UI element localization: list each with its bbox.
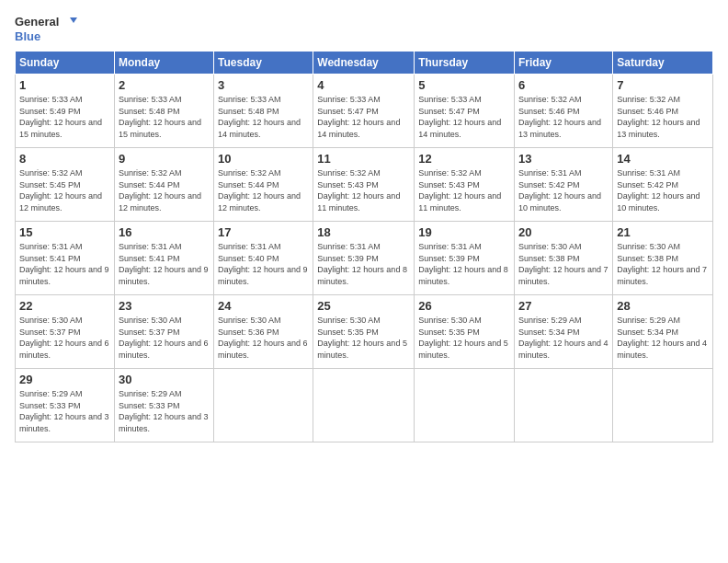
- day-info: Sunrise: 5:29 AMSunset: 5:34 PMDaylight:…: [518, 315, 609, 361]
- calendar-cell: 9 Sunrise: 5:32 AMSunset: 5:44 PMDayligh…: [114, 148, 213, 222]
- day-info: Sunrise: 5:32 AMSunset: 5:46 PMDaylight:…: [617, 94, 709, 140]
- day-number: 14: [617, 152, 709, 166]
- day-info: Sunrise: 5:32 AMSunset: 5:43 PMDaylight:…: [418, 167, 510, 213]
- day-number: 18: [317, 225, 410, 239]
- logo-text-blue: Blue: [15, 29, 40, 44]
- calendar-cell: 14 Sunrise: 5:31 AMSunset: 5:42 PMDaylig…: [613, 148, 713, 222]
- calendar-cell: 6 Sunrise: 5:32 AMSunset: 5:46 PMDayligh…: [515, 75, 613, 148]
- logo-container: General Blue: [15, 15, 77, 43]
- day-info: Sunrise: 5:29 AMSunset: 5:33 PMDaylight:…: [119, 388, 210, 434]
- calendar-cell: 29 Sunrise: 5:29 AMSunset: 5:33 PMDaylig…: [16, 369, 115, 442]
- day-info: Sunrise: 5:33 AMSunset: 5:48 PMDaylight:…: [119, 94, 210, 140]
- svg-marker-0: [70, 17, 77, 23]
- calendar-cell: 22 Sunrise: 5:30 AMSunset: 5:37 PMDaylig…: [16, 295, 115, 369]
- day-info: Sunrise: 5:33 AMSunset: 5:47 PMDaylight:…: [418, 94, 510, 140]
- calendar-cell: 20 Sunrise: 5:30 AMSunset: 5:38 PMDaylig…: [515, 222, 613, 295]
- day-number: 22: [19, 299, 110, 313]
- calendar-cell: 26 Sunrise: 5:30 AMSunset: 5:35 PMDaylig…: [415, 295, 515, 369]
- day-number: 11: [317, 152, 410, 166]
- calendar-cell: 12 Sunrise: 5:32 AMSunset: 5:43 PMDaylig…: [415, 148, 515, 222]
- day-info: Sunrise: 5:31 AMSunset: 5:41 PMDaylight:…: [19, 241, 110, 287]
- day-number: 12: [418, 152, 510, 166]
- day-info: Sunrise: 5:32 AMSunset: 5:43 PMDaylight:…: [317, 167, 410, 213]
- day-number: 9: [119, 152, 210, 166]
- day-number: 2: [119, 78, 210, 92]
- day-info: Sunrise: 5:33 AMSunset: 5:49 PMDaylight:…: [19, 94, 110, 140]
- day-info: Sunrise: 5:30 AMSunset: 5:35 PMDaylight:…: [317, 315, 410, 361]
- day-number: 13: [518, 152, 609, 166]
- calendar-cell: [415, 369, 515, 442]
- day-info: Sunrise: 5:31 AMSunset: 5:39 PMDaylight:…: [418, 241, 510, 287]
- day-number: 21: [617, 225, 709, 239]
- day-info: Sunrise: 5:32 AMSunset: 5:44 PMDaylight:…: [119, 167, 210, 213]
- day-info: Sunrise: 5:30 AMSunset: 5:38 PMDaylight:…: [617, 241, 709, 287]
- day-header-monday: Monday: [114, 52, 213, 75]
- day-number: 30: [119, 373, 210, 386]
- day-info: Sunrise: 5:33 AMSunset: 5:47 PMDaylight:…: [317, 94, 410, 140]
- day-info: Sunrise: 5:31 AMSunset: 5:41 PMDaylight:…: [119, 241, 210, 287]
- day-info: Sunrise: 5:31 AMSunset: 5:42 PMDaylight:…: [617, 167, 709, 213]
- day-number: 15: [19, 225, 110, 239]
- day-header-wednesday: Wednesday: [313, 52, 415, 75]
- day-info: Sunrise: 5:30 AMSunset: 5:36 PMDaylight:…: [218, 315, 309, 361]
- logo: General Blue: [15, 15, 77, 43]
- day-info: Sunrise: 5:29 AMSunset: 5:34 PMDaylight:…: [617, 315, 709, 361]
- calendar-cell: [313, 369, 415, 442]
- day-info: Sunrise: 5:31 AMSunset: 5:39 PMDaylight:…: [317, 241, 410, 287]
- day-number: 27: [518, 299, 609, 313]
- calendar-cell: 25 Sunrise: 5:30 AMSunset: 5:35 PMDaylig…: [313, 295, 415, 369]
- calendar-cell: 18 Sunrise: 5:31 AMSunset: 5:39 PMDaylig…: [313, 222, 415, 295]
- day-number: 7: [617, 78, 709, 92]
- day-number: 28: [617, 299, 709, 313]
- day-info: Sunrise: 5:32 AMSunset: 5:46 PMDaylight:…: [518, 94, 609, 140]
- calendar-cell: 21 Sunrise: 5:30 AMSunset: 5:38 PMDaylig…: [613, 222, 713, 295]
- day-number: 10: [218, 152, 309, 166]
- calendar-cell: 24 Sunrise: 5:30 AMSunset: 5:36 PMDaylig…: [214, 295, 313, 369]
- day-info: Sunrise: 5:32 AMSunset: 5:45 PMDaylight:…: [19, 167, 110, 213]
- calendar-cell: [613, 369, 713, 442]
- calendar-cell: 28 Sunrise: 5:29 AMSunset: 5:34 PMDaylig…: [613, 295, 713, 369]
- day-number: 29: [19, 373, 110, 386]
- calendar-cell: 27 Sunrise: 5:29 AMSunset: 5:34 PMDaylig…: [515, 295, 613, 369]
- calendar-cell: 30 Sunrise: 5:29 AMSunset: 5:33 PMDaylig…: [114, 369, 213, 442]
- calendar-cell: 4 Sunrise: 5:33 AMSunset: 5:47 PMDayligh…: [313, 75, 415, 148]
- calendar-cell: 19 Sunrise: 5:31 AMSunset: 5:39 PMDaylig…: [415, 222, 515, 295]
- day-info: Sunrise: 5:32 AMSunset: 5:44 PMDaylight:…: [218, 167, 309, 213]
- calendar-cell: 13 Sunrise: 5:31 AMSunset: 5:42 PMDaylig…: [515, 148, 613, 222]
- day-header-thursday: Thursday: [415, 52, 515, 75]
- day-number: 17: [218, 225, 309, 239]
- day-header-tuesday: Tuesday: [214, 52, 313, 75]
- day-number: 1: [19, 78, 110, 92]
- calendar-cell: 5 Sunrise: 5:33 AMSunset: 5:47 PMDayligh…: [415, 75, 515, 148]
- day-info: Sunrise: 5:33 AMSunset: 5:48 PMDaylight:…: [218, 94, 309, 140]
- calendar-cell: 2 Sunrise: 5:33 AMSunset: 5:48 PMDayligh…: [114, 75, 213, 148]
- day-number: 19: [418, 225, 510, 239]
- calendar-cell: 7 Sunrise: 5:32 AMSunset: 5:46 PMDayligh…: [613, 75, 713, 148]
- day-number: 8: [19, 152, 110, 166]
- day-info: Sunrise: 5:30 AMSunset: 5:37 PMDaylight:…: [19, 315, 110, 361]
- calendar-cell: [214, 369, 313, 442]
- day-header-saturday: Saturday: [613, 52, 713, 75]
- day-number: 20: [518, 225, 609, 239]
- calendar-cell: 17 Sunrise: 5:31 AMSunset: 5:40 PMDaylig…: [214, 222, 313, 295]
- logo-bird-icon: [61, 16, 77, 29]
- calendar-cell: [515, 369, 613, 442]
- day-info: Sunrise: 5:30 AMSunset: 5:35 PMDaylight:…: [418, 315, 510, 361]
- logo-text-general: General: [15, 15, 59, 29]
- day-info: Sunrise: 5:29 AMSunset: 5:33 PMDaylight:…: [19, 388, 110, 434]
- day-number: 23: [119, 299, 210, 313]
- day-number: 3: [218, 78, 309, 92]
- day-header-friday: Friday: [515, 52, 613, 75]
- day-number: 6: [518, 78, 609, 92]
- calendar-cell: 8 Sunrise: 5:32 AMSunset: 5:45 PMDayligh…: [16, 148, 115, 222]
- day-header-sunday: Sunday: [16, 52, 115, 75]
- day-info: Sunrise: 5:30 AMSunset: 5:38 PMDaylight:…: [518, 241, 609, 287]
- day-number: 16: [119, 225, 210, 239]
- day-number: 4: [317, 78, 410, 92]
- day-info: Sunrise: 5:31 AMSunset: 5:42 PMDaylight:…: [518, 167, 609, 213]
- calendar-cell: 3 Sunrise: 5:33 AMSunset: 5:48 PMDayligh…: [214, 75, 313, 148]
- calendar-cell: 15 Sunrise: 5:31 AMSunset: 5:41 PMDaylig…: [16, 222, 115, 295]
- calendar-cell: 1 Sunrise: 5:33 AMSunset: 5:49 PMDayligh…: [16, 75, 115, 148]
- calendar: SundayMondayTuesdayWednesdayThursdayFrid…: [15, 51, 713, 442]
- day-number: 25: [317, 299, 410, 313]
